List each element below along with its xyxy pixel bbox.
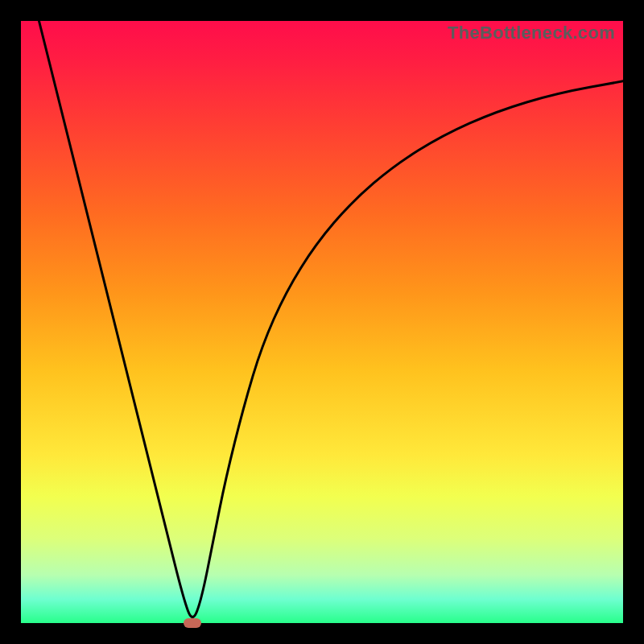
plot-area: TheBottleneck.com [21, 21, 623, 623]
optimum-marker [184, 618, 201, 628]
bottleneck-curve [21, 21, 623, 623]
chart-frame: TheBottleneck.com [0, 0, 644, 644]
